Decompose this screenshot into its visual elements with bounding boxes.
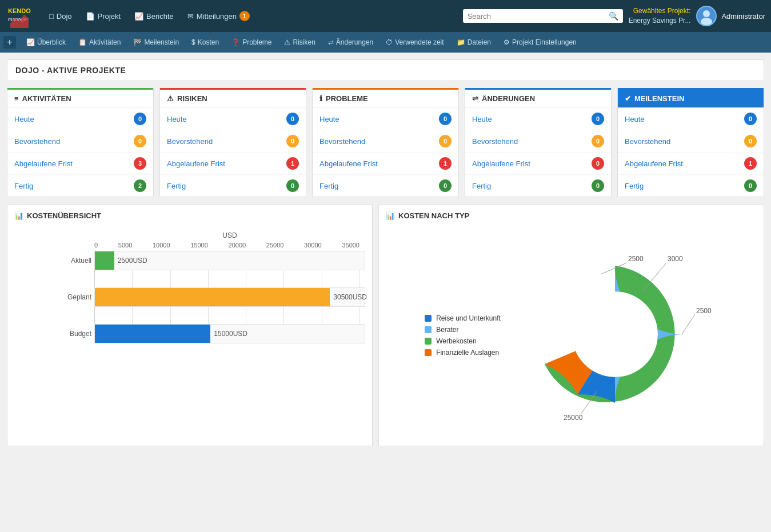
row-bevorstehend-akt[interactable]: Bevorstehend 0 xyxy=(7,130,153,153)
row-fertig-aend[interactable]: Fertig 0 xyxy=(465,175,611,197)
admin-area[interactable]: Administrator xyxy=(696,6,765,26)
row-abgelaufen-meil[interactable]: Abgelaufene Frist 1 xyxy=(618,153,764,175)
bar-fill-geplant: 30500USD xyxy=(95,288,330,306)
bar-budget: Budget 15000USD xyxy=(94,324,365,343)
notification-badge: 1 xyxy=(239,11,250,21)
donut-svg: 2500 3000 2500 25000 xyxy=(512,231,718,437)
aktivitaeten-header-icon: ≡ xyxy=(14,94,19,103)
card-meilenstein: ✔ MEILENSTEIN Heute 0 Bevorstehend 0 Abg… xyxy=(617,88,764,197)
row-bevorstehend-risk[interactable]: Bevorstehend 0 xyxy=(160,130,306,153)
donut-chart-icon: 📊 xyxy=(386,211,395,220)
dojo-icon: □ xyxy=(49,12,54,21)
row-bevorstehend-prob[interactable]: Bevorstehend 0 xyxy=(313,130,458,153)
projekt-icon: 📄 xyxy=(86,12,95,21)
row-abgelaufen-risk[interactable]: Abgelaufene Frist 1 xyxy=(160,153,306,175)
legend-reise: Reise und Unterkunft xyxy=(425,314,501,322)
legend-dot-werbe xyxy=(425,338,432,345)
mitteilungen-icon: ✉ xyxy=(187,12,194,21)
ueberblick-icon: 📈 xyxy=(26,38,35,46)
cards-row: ≡ AKTIVITÄTEN Heute 0 Bevorstehend 0 Abg… xyxy=(7,88,764,197)
row-fertig-risk[interactable]: Fertig 0 xyxy=(160,175,306,197)
bar-fill-budget: 15000USD xyxy=(95,325,210,343)
aenderungen-header-icon: ⇌ xyxy=(472,94,478,103)
logo[interactable]: KENDO manager xyxy=(6,2,38,30)
donut-legend: Reise und Unterkunft Berater Werbekosten… xyxy=(425,314,501,357)
card-risiken: ⚠ RISIKEN Heute 0 Bevorstehend 0 Abgelau… xyxy=(159,88,306,197)
svg-point-5 xyxy=(703,10,710,17)
logo-icon: KENDO manager xyxy=(6,2,34,30)
row-abgelaufen-akt[interactable]: Abgelaufene Frist 3 xyxy=(7,153,153,175)
legend-werbe: Werbekosten xyxy=(425,337,501,345)
nav-kosten[interactable]: $ Kosten xyxy=(186,35,225,50)
meilenstein-header-icon: ✔ xyxy=(625,94,631,103)
label-25000: 25000 xyxy=(564,414,583,422)
section-header: DOJO - AKTIVE PROJEKTE xyxy=(7,59,764,81)
card-header-aktivitaeten: ≡ AKTIVITÄTEN xyxy=(7,90,153,108)
card-probleme: ℹ PROBLEME Heute 0 Bevorstehend 0 Abgela… xyxy=(312,88,459,197)
nav-projekt[interactable]: 📄 Projekt xyxy=(80,9,126,24)
label-2500-top: 2500 xyxy=(628,255,644,263)
row-heute-meil[interactable]: Heute 0 xyxy=(618,108,764,130)
donut-chart-title: 📊 KOSTEN NACH TYP xyxy=(386,211,757,220)
search-input[interactable] xyxy=(468,12,605,21)
admin-avatar xyxy=(696,6,717,26)
card-aktivitaeten: ≡ AKTIVITÄTEN Heute 0 Bevorstehend 0 Abg… xyxy=(7,88,154,197)
donut-svg-container: 2500 3000 2500 25000 xyxy=(512,231,718,439)
row-fertig-akt[interactable]: Fertig 2 xyxy=(7,175,153,197)
berichte-icon: 📈 xyxy=(134,12,143,21)
project-info: Gewähltes Projekt: Energy Savings Pr... xyxy=(629,6,691,26)
nav-ueberblick[interactable]: 📈 Überblick xyxy=(21,35,71,50)
legend-berater: Berater xyxy=(425,326,501,334)
bar-aktuell: Aktuell 2500USD xyxy=(94,251,365,270)
main-content: DOJO - AKTIVE PROJEKTE ≡ AKTIVITÄTEN Heu… xyxy=(0,53,771,453)
nav-projekt-einstellungen[interactable]: ⚙ Projekt Einstellungen xyxy=(498,35,582,50)
bar-chart-card: 📊 KOSTENÜBERSICHT USD 0 5000 10000 15000… xyxy=(7,204,373,446)
bar-chart-area: USD 0 5000 10000 15000 20000 25000 30000… xyxy=(14,226,365,343)
row-abgelaufen-prob[interactable]: Abgelaufene Frist 1 xyxy=(313,153,458,175)
aenderungen-icon: ⇌ xyxy=(328,38,334,46)
nav-mitteilungen[interactable]: ✉ Mitteilungen 1 xyxy=(182,7,255,25)
nav-meilenstein[interactable]: 🏁 Meilenstein xyxy=(127,35,185,50)
nav-dojo[interactable]: □ Dojo xyxy=(43,9,78,24)
card-header-risiken: ⚠ RISIKEN xyxy=(160,90,306,108)
row-heute-prob[interactable]: Heute 0 xyxy=(313,108,458,130)
search-area[interactable]: 🔍 xyxy=(463,9,623,23)
donut-area: Reise und Unterkunft Berater Werbekosten… xyxy=(386,226,757,439)
bar-fill-aktuell: 2500USD xyxy=(95,251,114,270)
card-header-meilenstein: ✔ MEILENSTEIN xyxy=(618,90,764,108)
nav-probleme[interactable]: ❓ Probleme xyxy=(226,35,277,50)
legend-dot-reise xyxy=(425,315,432,322)
search-button[interactable]: 🔍 xyxy=(609,11,618,21)
charts-row: 📊 KOSTENÜBERSICHT USD 0 5000 10000 15000… xyxy=(7,204,764,446)
row-heute-akt[interactable]: Heute 0 xyxy=(7,108,153,130)
donut-chart-card: 📊 KOSTEN NACH TYP Reise und Unterkunft B… xyxy=(378,204,764,446)
label-3000: 3000 xyxy=(668,255,683,263)
row-fertig-prob[interactable]: Fertig 0 xyxy=(313,175,458,197)
nav-risiken[interactable]: ⚠ Risiken xyxy=(278,35,321,50)
zeit-icon: ⏱ xyxy=(386,38,393,46)
top-nav: KENDO manager □ Dojo 📄 Projekt 📈 Bericht… xyxy=(0,0,771,32)
row-abgelaufen-aend[interactable]: Abgelaufene Frist 0 xyxy=(465,153,611,175)
bar-geplant: Geplant 30500USD xyxy=(94,287,365,307)
legend-dot-berater xyxy=(425,326,432,333)
second-nav: + 📈 Überblick 📋 Aktivitäten 🏁 Meilenstei… xyxy=(0,32,771,53)
label-2500-right: 2500 xyxy=(696,307,712,315)
add-button[interactable]: + xyxy=(3,36,16,49)
dateien-icon: 📁 xyxy=(457,38,465,46)
row-bevorstehend-aend[interactable]: Bevorstehend 0 xyxy=(465,130,611,153)
card-aenderungen: ⇌ ÄNDERUNGEN Heute 0 Bevorstehend 0 Abge… xyxy=(465,88,612,197)
nav-berichte[interactable]: 📈 Berichte xyxy=(129,9,179,24)
bar-chart-title: 📊 KOSTENÜBERSICHT xyxy=(14,211,365,220)
nav-verwendete-zeit[interactable]: ⏱ Verwendete zeit xyxy=(380,35,449,50)
x-axis: 0 5000 10000 15000 20000 25000 30000 350… xyxy=(94,242,365,249)
row-heute-aend[interactable]: Heute 0 xyxy=(465,108,611,130)
nav-dateien[interactable]: 📁 Dateien xyxy=(451,35,497,50)
bar-chart-y-label: USD xyxy=(94,231,365,239)
nav-aktivitaeten[interactable]: 📋 Aktivitäten xyxy=(73,35,126,50)
row-heute-risk[interactable]: Heute 0 xyxy=(160,108,306,130)
avatar-image xyxy=(697,7,716,25)
row-fertig-meil[interactable]: Fertig 0 xyxy=(618,175,764,197)
row-bevorstehend-meil[interactable]: Bevorstehend 0 xyxy=(618,130,764,153)
section-title: DOJO - AKTIVE PROJEKTE xyxy=(15,66,756,75)
nav-aenderungen[interactable]: ⇌ Änderungen xyxy=(322,35,379,50)
